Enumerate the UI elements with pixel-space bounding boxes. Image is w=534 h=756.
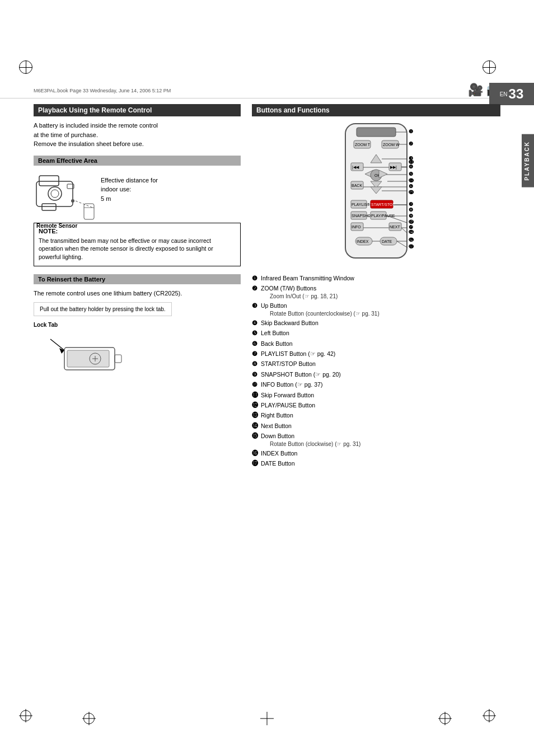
svg-rect-5 [42,204,56,210]
intro-line1: A battery is included inside the remote … [34,121,241,130]
function-item-7: ❼ PLAYLIST Button (☞ pg. 42) [252,350,500,358]
function-item-8: ❽ START/STOP Button [252,360,500,368]
battery-instruction: Pull out the battery holder by pressing … [34,302,172,316]
svg-text:⓭: ⓭ [409,178,414,184]
svg-text:❺: ❺ [409,171,413,177]
svg-text:⓫: ⓫ [409,159,414,165]
video-camera-icon: 🎥 [468,83,483,97]
function-item-9: ❾ SNAPSHOT Button (☞ pg. 20) [252,370,500,379]
svg-text:⓰: ⓰ [409,237,414,243]
filename-label: M6E3PAL.book Page 33 Wednesday, June 14,… [34,88,171,93]
svg-text:❾: ❾ [409,213,413,219]
svg-text:ZOOM W: ZOOM W [383,143,400,147]
svg-text:⓯: ⓯ [409,190,414,195]
remote-control-svg: ❶ ZOOM T ZOOM W ❷ ❸ |◀◀ ❹ [329,121,424,266]
function-item-3: ❸ Up Button Rotate Button (counterclockw… [252,302,500,317]
svg-text:DATE: DATE [382,240,392,243]
function-item-6: ❻ Back Button [252,340,500,348]
svg-text:INFO: INFO [352,225,361,229]
function-item-15: ⓯ Down Button Rotate Button (clockwise) … [252,432,500,448]
svg-text:SNAPSHOT: SNAPSHOT [352,214,373,218]
svg-text:▶▶|: ▶▶| [390,165,397,170]
distance-label1: Effective distance for [101,176,158,185]
svg-rect-1 [39,176,59,186]
function-item-11: ⓫ Skip Forward Button [252,391,500,400]
battery-section-title: To Reinsert the Battery [34,274,241,284]
function-item-17: ⓱ DATE Button [252,459,500,468]
function-item-10: ❿ INFO Button (☞ pg. 37) [252,381,500,389]
svg-point-3 [51,190,59,198]
svg-text:|◀◀: |◀◀ [352,165,359,170]
svg-line-7 [76,201,94,208]
svg-text:⓮: ⓮ [409,229,414,235]
battery-text: The remote control uses one lithium batt… [34,289,241,298]
svg-text:⓱: ⓱ [409,244,414,250]
intro-line2: at the time of purchase. [34,130,241,140]
svg-marker-11 [59,348,64,354]
svg-text:❷: ❷ [409,141,413,147]
svg-rect-8 [84,204,94,219]
buttons-functions-list: ❶ Infrared Beam Transmitting Window ❷ ZO… [252,274,500,468]
svg-text:START/STOP: START/STOP [371,203,396,206]
distance-label2: indoor use: [101,185,158,194]
svg-text:❽: ❽ [409,207,413,213]
svg-line-10 [50,339,64,350]
page-number: 33 [509,86,524,102]
svg-text:PLAYLIST: PLAYLIST [352,203,370,206]
function-item-4: ❹ Skip Backward Button [252,319,500,327]
beam-section-title: Beam Effective Area [34,156,241,166]
intro-line3: Remove the insulation sheet before use. [34,139,241,149]
camera-diagram-svg [34,170,95,220]
svg-text:INDEX: INDEX [357,240,369,243]
function-item-5: ❺ Left Button [252,329,500,337]
svg-text:❶: ❶ [409,129,413,134]
remote-sensor-label: Remote Sensor [36,223,95,229]
distance-value: 5 m [101,194,158,204]
svg-text:❼: ❼ [409,201,413,207]
svg-text:❻: ❻ [409,184,413,189]
function-item-14: ⓮ Next Button [252,422,500,430]
en-label: EN [500,91,508,97]
battery-diagram-svg [34,328,123,378]
note-text: The transmitted beam may not be effectiv… [39,237,236,261]
function-item-13: ⓭ Right Button [252,411,500,420]
playback-sidebar-label: PLAYBACK [522,134,534,187]
buttons-section-title: Buttons and Functions [252,104,500,116]
svg-rect-19 [357,128,396,137]
function-item-2: ❷ ZOOM (T/W) Buttons Zoom In/Out (☞ pg. … [252,284,500,300]
function-item-1: ❶ Infrared Beam Transmitting Window [252,274,500,283]
lock-tab-label: Lock Tab [34,322,123,328]
svg-rect-17 [115,355,121,363]
function-item-12: ⓬ PLAY/PAUSE Button [252,401,500,410]
main-section-title: Playback Using the Remote Control [34,104,241,116]
function-item-16: ⓰ INDEX Button [252,449,500,458]
svg-text:ZOOM T: ZOOM T [355,143,371,147]
svg-point-6 [71,199,74,203]
svg-text:NEXT: NEXT [390,225,400,229]
svg-point-2 [48,187,62,200]
svg-text:BACK: BACK [352,184,362,187]
svg-rect-13 [67,350,109,367]
